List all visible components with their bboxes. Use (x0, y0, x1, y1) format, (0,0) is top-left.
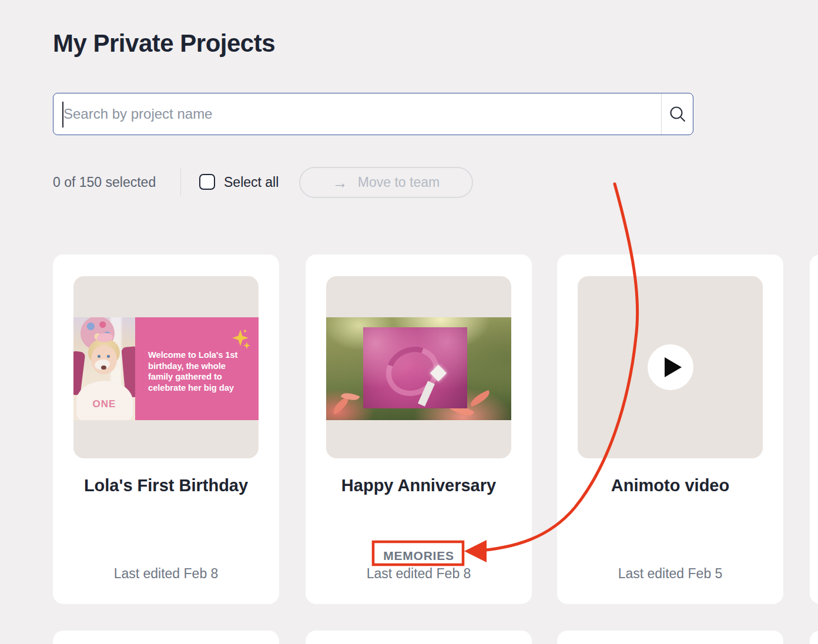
move-to-team-button[interactable]: → Move to team (299, 167, 473, 198)
project-title: Animoto video (569, 473, 772, 498)
project-card-partial[interactable] (53, 630, 279, 644)
sparkle-icon (229, 329, 252, 349)
flower-graphic (468, 390, 492, 407)
last-edited-label: Last edited Feb 8 (306, 566, 532, 582)
shirt-text: ONE (73, 398, 135, 410)
rose-photo-overlay (363, 327, 467, 408)
select-all-checkbox[interactable] (199, 174, 215, 190)
play-icon (665, 357, 682, 377)
project-thumbnail[interactable]: ONE Welcome to Lola's 1st birthday, the … (73, 276, 259, 458)
project-card-partial[interactable] (810, 254, 818, 604)
banner-text: Welcome to Lola's 1st birthday, the whol… (148, 350, 250, 393)
play-button[interactable] (648, 344, 693, 390)
select-all-label[interactable]: Select all (224, 175, 279, 190)
search-input[interactable] (53, 93, 661, 135)
selected-count-label: 0 of 150 selected (53, 175, 156, 190)
project-card-lolas-first-birthday[interactable]: ONE Welcome to Lola's 1st birthday, the … (53, 254, 279, 604)
search-icon (669, 105, 686, 123)
page-title: My Private Projects (53, 29, 275, 58)
project-card-partial[interactable] (557, 630, 783, 644)
project-thumbnail[interactable] (326, 276, 511, 458)
move-to-team-label: Move to team (358, 175, 440, 190)
birthday-banner-image: ONE Welcome to Lola's 1st birthday, the … (73, 317, 259, 420)
garden-photo (326, 317, 511, 420)
banner-text-panel: Welcome to Lola's 1st birthday, the whol… (135, 317, 259, 420)
baby-photo: ONE (73, 317, 135, 420)
text-caret (62, 102, 63, 128)
search-button[interactable] (661, 93, 693, 135)
last-edited-label: Last edited Feb 8 (53, 566, 279, 582)
search-bar (53, 93, 693, 135)
project-card-animoto-video[interactable]: Animoto video Last edited Feb 5 (557, 254, 783, 604)
project-title: Happy Anniversary (317, 473, 520, 498)
arrow-right-icon: → (333, 175, 348, 190)
project-title: Lola's First Birthday (65, 473, 267, 498)
project-card-partial[interactable] (810, 630, 818, 644)
project-thumbnail[interactable] (578, 276, 763, 458)
last-edited-label: Last edited Feb 5 (557, 566, 783, 582)
toolbar-divider (180, 169, 181, 196)
memories-tag: MEMORIES (306, 549, 532, 563)
project-card-partial[interactable] (306, 630, 532, 644)
project-card-happy-anniversary[interactable]: Happy Anniversary MEMORIES Last edited F… (306, 254, 532, 604)
